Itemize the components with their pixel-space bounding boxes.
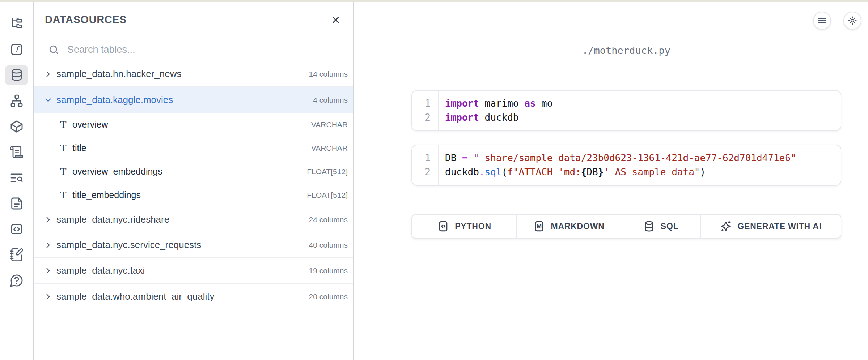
text-type-icon: T: [60, 143, 72, 154]
gear-icon: [847, 16, 858, 26]
code-line: import marimo as mo: [445, 97, 552, 111]
table-column-count: 24 columns: [309, 215, 348, 224]
code-line: import duckdb: [445, 111, 552, 125]
column-row[interactable]: T title VARCHAR: [34, 136, 353, 160]
chevron-right-icon: [43, 215, 53, 224]
table-row[interactable]: sample_data.who.ambient_air_quality 20 c…: [34, 284, 353, 309]
table-name: sample_data.who.ambient_air_quality: [56, 291, 215, 302]
table-search-bar: [34, 38, 353, 61]
logs-button[interactable]: [5, 142, 28, 162]
table-name: sample_data.hn.hacker_news: [56, 68, 181, 80]
search-input[interactable]: [67, 44, 346, 55]
table-name: sample_data.kaggle.movies: [56, 94, 173, 106]
text-type-icon: T: [60, 166, 72, 177]
add-sql-cell-button[interactable]: SQL: [621, 215, 701, 238]
file-tree-button[interactable]: [5, 14, 28, 34]
line-number-gutter: 1 2: [412, 145, 439, 185]
svg-text:M: M: [537, 223, 542, 230]
add-cell-button-group: PYTHON M MARKDOWN SQL GENERATE WITH AI: [411, 214, 841, 239]
table-name: sample_data.nyc.rideshare: [56, 214, 169, 225]
text-search-icon: [9, 171, 24, 185]
table-row[interactable]: sample_data.nyc.taxi 19 columns: [34, 258, 353, 284]
dependency-graph-icon: [9, 94, 24, 108]
window-top-strip: [0, 0, 868, 2]
documentation-button[interactable]: [5, 193, 28, 214]
table-row[interactable]: sample_data.hn.hacker_news 14 columns: [34, 61, 353, 87]
text-type-icon: T: [60, 190, 72, 201]
scratchpad-button[interactable]: [5, 245, 28, 265]
column-name: overview: [72, 119, 108, 130]
code-editor[interactable]: import marimo as mo import duckdb: [439, 91, 552, 130]
datasources-button[interactable]: [5, 65, 28, 85]
button-label: MARKDOWN: [551, 222, 604, 231]
line-number: 1: [412, 97, 431, 111]
tables-list: sample_data.hn.hacker_news 14 columns sa…: [34, 61, 353, 309]
functions-button[interactable]: f: [5, 39, 28, 60]
notebook-area: ./motherduck.py 1 2 import marimo as mo …: [354, 0, 868, 360]
notebook-filename: ./motherduck.py: [411, 45, 841, 56]
chevron-down-icon: [43, 95, 53, 105]
chevron-right-icon: [43, 240, 53, 250]
text-type-icon: T: [60, 119, 72, 130]
close-panel-button[interactable]: [328, 12, 344, 28]
add-python-cell-button[interactable]: PYTHON: [412, 215, 517, 238]
markdown-icon: M: [533, 220, 545, 232]
notebook-menu-button[interactable]: [813, 12, 831, 30]
snippets-button[interactable]: [5, 219, 28, 239]
document-icon: [9, 196, 24, 211]
line-number-gutter: 1 2: [412, 91, 439, 130]
code-editor[interactable]: DB = "_share/sample_data/23b0d623-1361-4…: [439, 145, 796, 185]
dependencies-button[interactable]: [5, 91, 28, 111]
line-number: 1: [412, 151, 431, 165]
column-type: VARCHAR: [311, 120, 348, 129]
code-cell[interactable]: 1 2 import marimo as mo import duckdb: [411, 90, 841, 131]
helper-icon-rail: f: [0, 0, 34, 360]
add-markdown-cell-button[interactable]: M MARKDOWN: [517, 215, 621, 238]
file-tree-icon: [9, 17, 24, 31]
table-column-count: 20 columns: [309, 292, 348, 301]
packages-button[interactable]: [5, 116, 28, 137]
sparkles-icon: [720, 220, 732, 232]
help-button[interactable]: [5, 270, 28, 291]
button-label: GENERATE WITH AI: [737, 222, 822, 231]
settings-button[interactable]: [843, 12, 861, 30]
column-type: FLOAT[512]: [307, 167, 348, 176]
code-icon: [437, 220, 449, 232]
table-column-count: 40 columns: [309, 241, 348, 249]
column-row[interactable]: T overview VARCHAR: [34, 113, 353, 136]
code-cell[interactable]: 1 2 DB = "_share/sample_data/23b0d623-13…: [411, 145, 841, 186]
close-icon: [330, 14, 341, 25]
column-row[interactable]: T title_embeddings FLOAT[512]: [34, 183, 353, 207]
text-search-button[interactable]: [5, 168, 28, 188]
table-name: sample_data.nyc.taxi: [56, 265, 145, 276]
generate-with-ai-button[interactable]: GENERATE WITH AI: [701, 215, 841, 238]
table-row-selected[interactable]: sample_data.kaggle.movies 4 columns: [34, 87, 353, 113]
table-row[interactable]: sample_data.nyc.service_requests 40 colu…: [34, 232, 353, 258]
datasources-panel: DATASOURCES sample_data.hn.hacker_news 1…: [34, 0, 354, 360]
table-row[interactable]: sample_data.nyc.rideshare 24 columns: [34, 207, 353, 232]
column-type: VARCHAR: [311, 144, 348, 153]
code-line: DB = "_share/sample_data/23b0d623-1361-4…: [445, 151, 796, 165]
package-box-icon: [9, 119, 24, 134]
chevron-right-icon: [43, 292, 53, 301]
table-column-count: 14 columns: [309, 70, 348, 78]
table-name: sample_data.nyc.service_requests: [56, 239, 201, 250]
code-line: duckdb.sql(f"ATTACH 'md:{DB}' AS sample_…: [445, 165, 796, 179]
column-row[interactable]: T overview_embeddings FLOAT[512]: [34, 160, 353, 183]
column-type: FLOAT[512]: [307, 191, 348, 200]
database-icon: [9, 68, 24, 82]
database-icon: [643, 220, 655, 232]
chevron-right-icon: [43, 69, 53, 79]
line-number: 2: [412, 111, 431, 125]
chevron-right-icon: [43, 266, 53, 275]
panel-title: DATASOURCES: [45, 14, 127, 26]
button-label: PYTHON: [455, 222, 491, 231]
notebook-pen-icon: [9, 248, 24, 262]
hamburger-menu-icon: [817, 16, 827, 26]
table-column-count: 4 columns: [313, 96, 348, 104]
column-name: title_embeddings: [72, 190, 141, 200]
table-column-count: 19 columns: [309, 266, 348, 275]
panel-header: DATASOURCES: [34, 0, 353, 38]
help-chat-icon: [9, 273, 24, 288]
svg-text:f: f: [15, 44, 20, 55]
